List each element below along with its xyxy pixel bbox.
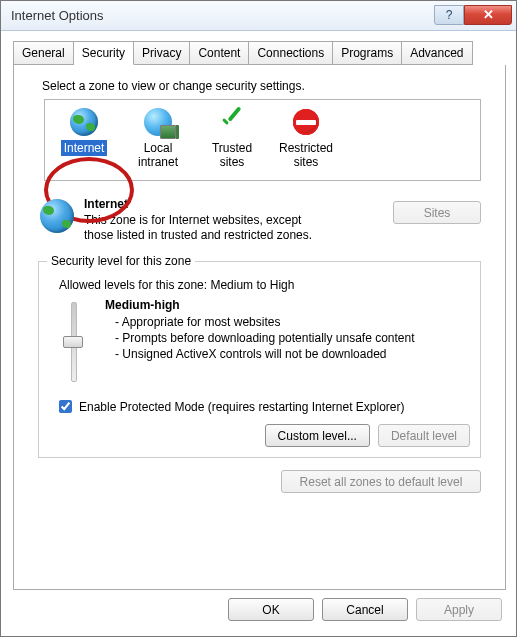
zone-restricted-sites[interactable]: Restricted sites	[271, 106, 341, 170]
level-bullet: - Prompts before downloading potentially…	[115, 330, 415, 346]
tab-connections[interactable]: Connections	[249, 41, 333, 65]
zone-label: Restricted sites	[271, 140, 341, 170]
ok-button[interactable]: OK	[228, 598, 314, 621]
default-level-button[interactable]: Default level	[378, 424, 470, 447]
security-panel: Select a zone to view or change security…	[13, 65, 506, 590]
window-title: Internet Options	[11, 8, 434, 23]
zone-label: Internet	[61, 140, 108, 156]
zone-heading: Select a zone to view or change security…	[42, 79, 495, 93]
close-button[interactable]: ✕	[464, 5, 512, 25]
custom-level-button[interactable]: Custom level...	[265, 424, 370, 447]
tab-general[interactable]: General	[14, 41, 74, 65]
dialog-buttons: OK Cancel Apply	[1, 598, 516, 633]
slider-thumb[interactable]	[63, 336, 83, 348]
tab-programs[interactable]: Programs	[333, 41, 402, 65]
zone-label: Local intranet	[123, 140, 193, 170]
check-icon	[218, 108, 246, 136]
zone-list: Internet Local intranet Trusted sites Re…	[44, 99, 481, 181]
globe-icon	[70, 108, 98, 136]
reset-zones-button[interactable]: Reset all zones to default level	[281, 470, 481, 493]
zone-trusted-sites[interactable]: Trusted sites	[197, 106, 267, 170]
noentry-icon	[293, 109, 319, 135]
tab-content[interactable]: Content	[190, 41, 249, 65]
zone-local-intranet[interactable]: Local intranet	[123, 106, 193, 170]
security-group-label: Security level for this zone	[47, 254, 195, 268]
apply-button[interactable]: Apply	[416, 598, 502, 621]
close-icon: ✕	[483, 7, 494, 22]
globe-icon	[40, 199, 74, 233]
level-bullet: - Appropriate for most websites	[115, 314, 415, 330]
zone-label: Trusted sites	[197, 140, 267, 170]
security-slider[interactable]	[63, 298, 83, 383]
help-button[interactable]: ?	[434, 5, 464, 25]
tab-security[interactable]: Security	[74, 41, 134, 65]
level-name: Medium-high	[105, 298, 415, 312]
protected-mode-checkbox[interactable]	[59, 400, 72, 413]
globe-net-icon	[144, 108, 172, 136]
zone-detail-icon	[40, 197, 84, 243]
cancel-button[interactable]: Cancel	[322, 598, 408, 621]
level-bullet: - Unsigned ActiveX controls will not be …	[115, 346, 415, 362]
protected-mode-label: Enable Protected Mode (requires restarti…	[79, 400, 405, 414]
tab-advanced[interactable]: Advanced	[402, 41, 472, 65]
zone-detail-name: Internet	[84, 197, 361, 211]
sites-button[interactable]: Sites	[393, 201, 481, 224]
zone-detail-blurb: This zone is for Internet websites, exce…	[84, 213, 314, 243]
zone-internet[interactable]: Internet	[49, 106, 119, 156]
titlebar: Internet Options ? ✕	[1, 1, 516, 31]
tab-privacy[interactable]: Privacy	[134, 41, 190, 65]
tabstrip: General Security Privacy Content Connect…	[13, 41, 506, 65]
allowed-levels: Allowed levels for this zone: Medium to …	[59, 278, 470, 292]
